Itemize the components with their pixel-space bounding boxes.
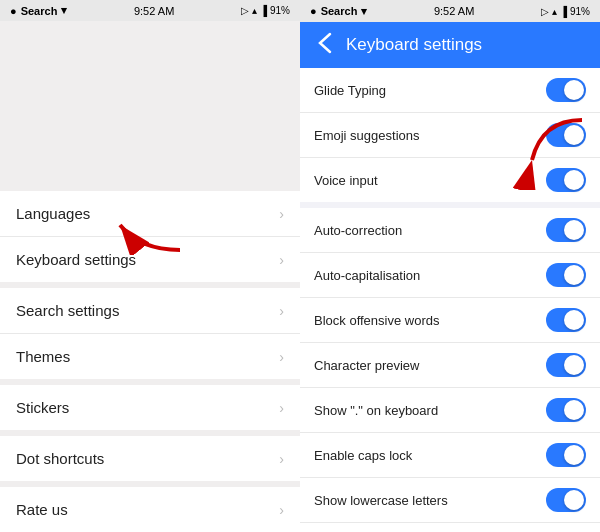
menu-list: Languages › Keyboard settings › Search s… bbox=[0, 191, 300, 532]
chevron-icon: › bbox=[279, 252, 284, 268]
toggle-caps-lock[interactable] bbox=[546, 443, 586, 467]
setting-number-row: Show number row bbox=[300, 523, 600, 532]
menu-item-themes[interactable]: Themes › bbox=[0, 334, 300, 379]
settings-scroll[interactable]: Glide Typing Emoji suggestions Voice inp… bbox=[300, 68, 600, 532]
setting-auto-correction: Auto-correction bbox=[300, 208, 600, 253]
back-button[interactable] bbox=[312, 30, 338, 61]
toggle-voice-input[interactable] bbox=[546, 168, 586, 192]
right-panel: ● Search ▾ 9:52 AM ▷ ▴ ▐ 91% Keyboard se… bbox=[300, 0, 600, 532]
toggle-lowercase-letters[interactable] bbox=[546, 488, 586, 512]
setting-voice-input: Voice input bbox=[300, 158, 600, 202]
menu-item-stickers[interactable]: Stickers › bbox=[0, 385, 300, 430]
menu-item-languages[interactable]: Languages › bbox=[0, 191, 300, 237]
right-status-icons: ▷ ▴ ▐ 91% bbox=[541, 6, 590, 17]
right-status-app: ● Search ▾ bbox=[310, 5, 367, 18]
chevron-icon: › bbox=[279, 400, 284, 416]
search-icon-r: ● bbox=[310, 5, 317, 17]
wifi-icon-r: ▴ bbox=[552, 6, 557, 17]
status-bar-left: ● Search ▾ 9:52 AM ▷ ▴ ▐ 91% bbox=[0, 0, 300, 21]
menu-section-4: Dot shortcuts › bbox=[0, 436, 300, 487]
setting-caps-lock: Enable caps lock bbox=[300, 433, 600, 478]
chevron-icon: › bbox=[279, 451, 284, 467]
left-status-time: 9:52 AM bbox=[134, 5, 174, 17]
setting-character-preview: Character preview bbox=[300, 343, 600, 388]
wifi-icon: ▴ bbox=[252, 5, 257, 16]
toggle-auto-capitalisation[interactable] bbox=[546, 263, 586, 287]
menu-item-search-settings[interactable]: Search settings › bbox=[0, 288, 300, 334]
right-status-time: 9:52 AM bbox=[434, 5, 474, 17]
left-status-app: ● Search ▾ bbox=[10, 4, 67, 17]
chevron-icon: › bbox=[279, 502, 284, 518]
header-title: Keyboard settings bbox=[346, 35, 482, 55]
battery-icon-r: ▐ bbox=[560, 6, 567, 17]
toggle-auto-correction[interactable] bbox=[546, 218, 586, 242]
menu-section-3: Stickers › bbox=[0, 385, 300, 436]
menu-section-1: Languages › Keyboard settings › bbox=[0, 191, 300, 288]
setting-lowercase-letters: Show lowercase letters bbox=[300, 478, 600, 523]
menu-item-rate-us[interactable]: Rate us › bbox=[0, 487, 300, 532]
toggle-emoji-suggestions[interactable] bbox=[546, 123, 586, 147]
menu-section-2: Search settings › Themes › bbox=[0, 288, 300, 385]
keyboard-settings-header: Keyboard settings bbox=[300, 22, 600, 68]
chevron-icon: › bbox=[279, 349, 284, 365]
search-icon: ● bbox=[10, 5, 17, 17]
battery-icon: ▐ bbox=[260, 5, 267, 16]
setting-emoji-suggestions: Emoji suggestions bbox=[300, 113, 600, 158]
chevron-icon: › bbox=[279, 303, 284, 319]
location-icon-r: ▷ bbox=[541, 6, 549, 17]
menu-section-5: Rate us › Feedback › bbox=[0, 487, 300, 532]
setting-glide-typing: Glide Typing bbox=[300, 68, 600, 113]
toggle-character-preview[interactable] bbox=[546, 353, 586, 377]
setting-auto-capitalisation: Auto-capitalisation bbox=[300, 253, 600, 298]
chevron-icon: › bbox=[279, 206, 284, 222]
toggle-block-offensive[interactable] bbox=[546, 308, 586, 332]
location-icon: ▷ bbox=[241, 5, 249, 16]
toggle-glide-typing[interactable] bbox=[546, 78, 586, 102]
setting-block-offensive: Block offensive words bbox=[300, 298, 600, 343]
settings-group-1: Glide Typing Emoji suggestions Voice inp… bbox=[300, 68, 600, 202]
status-bar-right: ● Search ▾ 9:52 AM ▷ ▴ ▐ 91% bbox=[300, 0, 600, 22]
left-status-icons: ▷ ▴ ▐ 91% bbox=[241, 5, 290, 16]
setting-show-dot-keyboard: Show "." on keyboard bbox=[300, 388, 600, 433]
left-panel: ● Search ▾ 9:52 AM ▷ ▴ ▐ 91% bbox=[0, 0, 300, 532]
menu-item-keyboard-settings[interactable]: Keyboard settings › bbox=[0, 237, 300, 282]
toggle-show-dot-keyboard[interactable] bbox=[546, 398, 586, 422]
settings-group-2: Auto-correction Auto-capitalisation Bloc… bbox=[300, 208, 600, 532]
menu-item-dot-shortcuts[interactable]: Dot shortcuts › bbox=[0, 436, 300, 481]
